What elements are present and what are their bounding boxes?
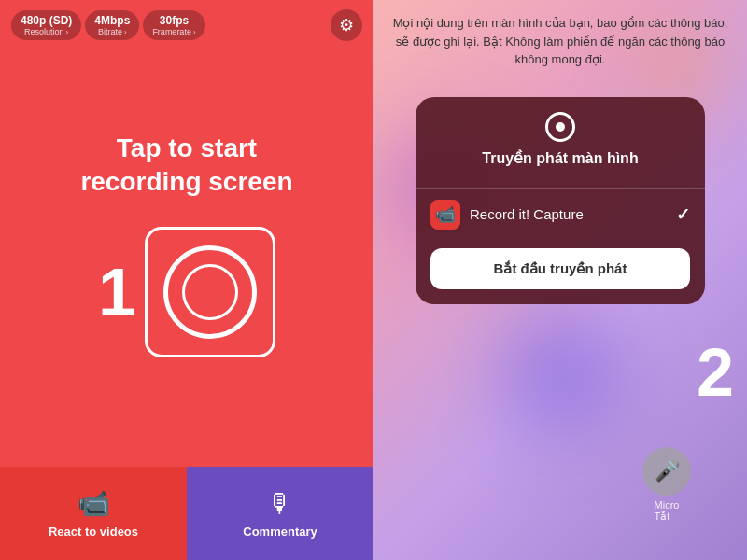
top-bar: 480p (SD) Resolution › 4Mbps Bitrate › 3… [0,0,374,50]
start-broadcast-label: Bắt đầu truyền phát [494,260,627,276]
commentary-button[interactable]: 🎙 Commentary [187,467,374,560]
step2-number: 2 [697,339,734,406]
app-option[interactable]: 📹 Record it! Capture ✓ [416,189,705,241]
dialog-header: Truyền phát màn hình [416,97,705,188]
resolution-pill[interactable]: 480p (SD) Resolution › [11,10,81,40]
left-main-content: Tap to startrecording screen 1 [0,50,374,467]
bitrate-pill[interactable]: 4Mbps Bitrate › [85,10,139,40]
framerate-value: 30fps [160,14,189,27]
react-icon: 📹 [78,488,110,519]
record-circle-outer [163,245,257,339]
framerate-pill[interactable]: 30fps Framerate › [143,10,204,40]
react-to-videos-button[interactable]: 📹 React to videos [0,467,187,560]
dialog-title: Truyền phát màn hình [482,149,638,167]
react-label: React to videos [49,525,138,539]
app-icon: 📹 [430,200,460,230]
step1-container: 1 [98,227,275,357]
bitrate-label: Bitrate › [98,27,127,36]
mic-icon: 🎤 [655,459,680,483]
right-panel: Mọi nội dung trên màn hình của bạn, bao … [374,0,747,560]
record-box[interactable] [145,227,275,357]
resolution-label: Resolution › [24,27,68,36]
start-broadcast-button[interactable]: Bắt đầu truyền phát [430,248,690,289]
mic-icon: 🎙 [267,488,293,519]
bottom-bar: 📹 React to videos 🎙 Commentary [0,467,374,560]
microphone-button[interactable]: 🎤 MicroTắt [642,447,691,523]
step1-number: 1 [98,259,135,326]
check-icon: ✓ [676,204,690,225]
broadcast-dot [556,122,565,132]
resolution-value: 480p (SD) [21,14,72,27]
screen-broadcast-dialog: Truyền phát màn hình 📹 Record it! Captur… [416,97,705,304]
tap-to-start-text: Tap to startrecording screen [80,132,292,200]
instruction-text: Mọi nội dung trên màn hình của bạn, bao … [374,0,747,78]
commentary-label: Commentary [243,525,317,539]
broadcast-icon [545,112,575,142]
bitrate-value: 4Mbps [94,14,130,27]
app-name: Record it! Capture [470,206,667,222]
mic-circle[interactable]: 🎤 [642,447,691,496]
settings-button[interactable]: ⚙ [331,9,362,41]
left-panel: 480p (SD) Resolution › 4Mbps Bitrate › 3… [0,0,374,560]
mic-label: MicroTắt [655,499,680,523]
framerate-label: Framerate › [152,27,195,36]
record-circle-inner [182,264,238,320]
gear-icon: ⚙ [339,15,354,35]
bg-blob-2 [467,280,654,467]
